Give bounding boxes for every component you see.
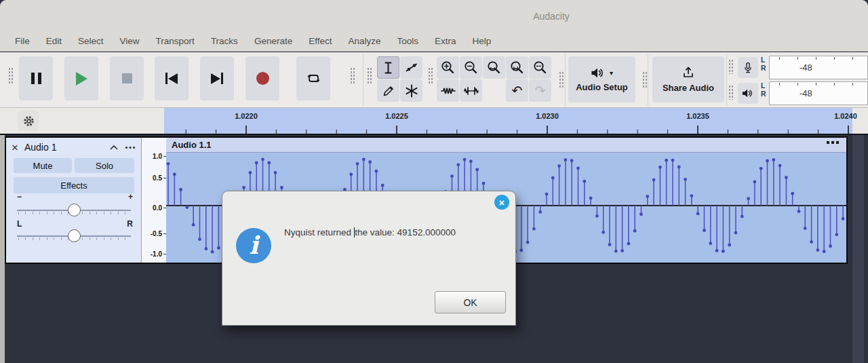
effects-button[interactable]: Effects bbox=[14, 177, 134, 193]
track-menu-dots-icon[interactable] bbox=[125, 146, 136, 149]
zoom-project-button[interactable] bbox=[506, 56, 528, 79]
edit-grip[interactable] bbox=[428, 67, 433, 85]
recording-channel-r: R bbox=[761, 64, 766, 72]
menu-tools[interactable]: Tools bbox=[397, 36, 418, 46]
loop-button[interactable] bbox=[296, 56, 330, 100]
zoom-selection-icon bbox=[487, 60, 501, 75]
mute-button[interactable]: Mute bbox=[14, 158, 72, 173]
menu-help[interactable]: Help bbox=[473, 36, 492, 46]
zoom-out-icon bbox=[464, 60, 478, 75]
amplitude-label: -1.0 bbox=[151, 250, 162, 258]
menu-select[interactable]: Select bbox=[78, 36, 104, 46]
envelope-tool-button[interactable] bbox=[400, 56, 422, 79]
skip-to-end-button[interactable] bbox=[200, 56, 234, 100]
microphone-icon bbox=[743, 61, 753, 75]
dropdown-arrow-icon: ▾ bbox=[610, 69, 613, 77]
multi-tool-icon bbox=[405, 84, 418, 98]
multi-tool-button[interactable] bbox=[400, 79, 422, 102]
speaker-icon bbox=[591, 67, 606, 79]
recording-meter-value: -48 bbox=[800, 62, 812, 73]
playback-meter-grip[interactable] bbox=[728, 85, 734, 100]
zoom-out-button[interactable] bbox=[460, 56, 482, 79]
menu-file[interactable]: File bbox=[15, 36, 30, 46]
zoom-selection-button[interactable] bbox=[483, 56, 505, 79]
menu-edit[interactable]: Edit bbox=[46, 36, 62, 46]
amplitude-label: 0.5 bbox=[153, 174, 162, 182]
menu-generate[interactable]: Generate bbox=[254, 36, 292, 46]
nyquist-dialog: × i Nyquist returned the value: 49152.00… bbox=[222, 191, 516, 326]
collapse-chevron-icon[interactable] bbox=[110, 145, 118, 150]
menu-analyze[interactable]: Analyze bbox=[348, 36, 380, 46]
dialog-close-button[interactable]: × bbox=[494, 195, 509, 210]
menu-extra[interactable]: Extra bbox=[435, 36, 456, 46]
ok-button[interactable]: OK bbox=[435, 291, 506, 313]
playback-meter-bar[interactable]: -48 bbox=[769, 81, 868, 105]
zoom-in-button[interactable] bbox=[437, 56, 459, 79]
pause-icon bbox=[31, 73, 41, 84]
transport-grip-end[interactable] bbox=[350, 67, 355, 85]
trim-outside-button[interactable] bbox=[437, 79, 459, 102]
tools-grip[interactable] bbox=[367, 67, 372, 85]
recording-meter-button[interactable] bbox=[738, 57, 758, 78]
solo-button[interactable]: Solo bbox=[75, 158, 134, 173]
menu-tracks[interactable]: Tracks bbox=[211, 36, 238, 46]
gain-max-label: + bbox=[128, 192, 133, 202]
toolbar-separator bbox=[565, 54, 566, 106]
meter-scale-ticks bbox=[775, 57, 866, 61]
skip-to-end-icon bbox=[211, 73, 223, 84]
skip-to-start-button[interactable] bbox=[155, 56, 189, 100]
audio-setup-button[interactable]: ▾ Audio Setup bbox=[568, 56, 635, 102]
selection-tool-button[interactable] bbox=[377, 56, 399, 79]
amplitude-label: -0.5 bbox=[151, 230, 162, 237]
audio-setup-label: Audio Setup bbox=[576, 82, 628, 92]
clip-header[interactable]: Audio 1.1 bbox=[166, 138, 846, 153]
toolbar: ↶ ↷ ▾ Audio Setup Share Audio bbox=[0, 52, 868, 108]
toolbar-separator bbox=[363, 54, 363, 106]
audacity-window: Audacity FileEditSelectViewTransportTrac… bbox=[0, 0, 868, 363]
recording-meter-bar[interactable]: -48 bbox=[769, 56, 868, 79]
pan-slider-thumb[interactable] bbox=[68, 229, 81, 242]
playback-meter-button[interactable] bbox=[738, 83, 758, 104]
clip-menu-dots-icon[interactable] bbox=[826, 140, 840, 145]
pan-left-label: L bbox=[17, 219, 22, 229]
share-audio-button[interactable]: Share Audio bbox=[652, 56, 724, 102]
menu-effect[interactable]: Effect bbox=[309, 36, 332, 46]
play-button[interactable] bbox=[64, 56, 98, 100]
stop-button[interactable] bbox=[110, 56, 144, 100]
pan-right-label: R bbox=[127, 219, 133, 229]
redo-icon: ↷ bbox=[535, 84, 546, 97]
amplitude-ruler[interactable]: 1.00.50.0-0.5-1.0 bbox=[141, 138, 166, 263]
share-grip[interactable] bbox=[642, 71, 648, 89]
speaker-icon bbox=[742, 88, 754, 98]
silence-audio-icon bbox=[464, 84, 479, 98]
undo-button[interactable]: ↶ bbox=[506, 79, 528, 102]
zoom-toggle-button[interactable] bbox=[529, 56, 551, 79]
pause-button[interactable] bbox=[19, 56, 53, 100]
play-icon bbox=[76, 72, 87, 85]
pencil-icon bbox=[382, 84, 395, 98]
transport-grip[interactable] bbox=[8, 67, 14, 85]
audio-setup-grip[interactable] bbox=[559, 71, 564, 89]
envelope-icon bbox=[405, 61, 418, 75]
menu-view[interactable]: View bbox=[120, 36, 140, 46]
menu-transport[interactable]: Transport bbox=[156, 36, 195, 46]
window-title: Audacity bbox=[533, 11, 570, 22]
zoom-in-icon bbox=[441, 60, 455, 75]
record-button[interactable] bbox=[245, 56, 279, 100]
ibeam-icon bbox=[382, 61, 395, 75]
redo-button[interactable]: ↷ bbox=[529, 79, 551, 102]
track-close-icon[interactable]: × bbox=[12, 142, 18, 153]
silence-audio-button[interactable] bbox=[460, 79, 482, 102]
loop-icon bbox=[306, 72, 321, 85]
title-bar: Audacity bbox=[0, 0, 868, 31]
track-name[interactable]: Audio 1 bbox=[24, 142, 56, 153]
gain-slider-thumb[interactable] bbox=[68, 204, 81, 216]
timeline-ruler[interactable]: 1.02201.02251.02301.02351.0240 bbox=[0, 108, 868, 135]
recording-meter-grip[interactable] bbox=[728, 59, 734, 74]
vertical-scrollbar[interactable] bbox=[852, 135, 864, 363]
recording-meter: L R -48 bbox=[727, 56, 868, 80]
draw-tool-button[interactable] bbox=[377, 79, 399, 102]
share-audio-label: Share Audio bbox=[663, 83, 714, 93]
zoom-toggle-icon bbox=[533, 60, 547, 75]
dialog-message: Nyquist returned the value: 49152.000000 bbox=[284, 227, 511, 237]
